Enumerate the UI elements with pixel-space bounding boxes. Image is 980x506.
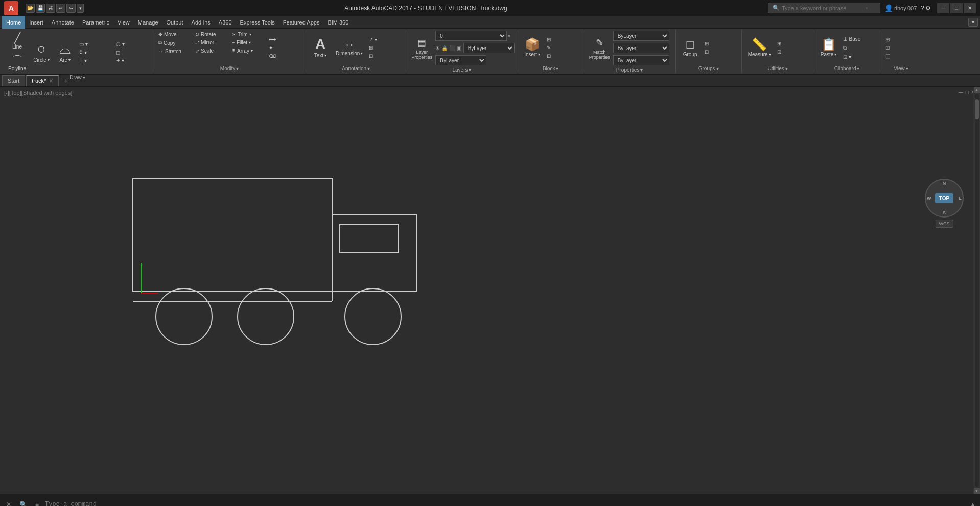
linetype-select2[interactable]: ByLayer — [613, 43, 669, 53]
tool-draw-extra2[interactable]: ⠿▾ — [77, 49, 113, 56]
menu-view[interactable]: View — [113, 16, 134, 29]
modify-group-label[interactable]: Modify ▾ — [220, 66, 239, 71]
quick-access-undo[interactable]: ↩ — [56, 4, 65, 13]
help-icon[interactable]: ? — [921, 5, 924, 12]
trim-arrow[interactable]: ▾ — [249, 32, 251, 37]
settings-icon[interactable]: ⚙ — [925, 5, 931, 12]
minimize-button[interactable]: ─ — [937, 3, 949, 13]
lineweight-select2[interactable]: ByLayer — [613, 55, 669, 65]
workspace-dropdown[interactable]: ▾ — [968, 18, 978, 27]
tool-line[interactable]: ╱ Line — [6, 31, 29, 52]
paste-arrow[interactable]: ▾ — [834, 52, 836, 57]
tool-array[interactable]: ⠿ Array ▾ — [230, 47, 266, 55]
cmd-close-btn[interactable]: ✕ — [4, 500, 13, 507]
quick-access-redo[interactable]: ↪ — [66, 4, 76, 13]
tool-group-extra1[interactable]: ⊞ — [703, 40, 738, 47]
tool-modify-extra3[interactable]: ⌫ — [267, 52, 302, 60]
tool-block-extra3[interactable]: ⊡ — [545, 52, 580, 60]
menu-a360[interactable]: A360 — [215, 16, 236, 29]
properties-group-label[interactable]: Properties ▾ — [616, 67, 643, 73]
tool-anno-extra2[interactable]: ⊞ — [367, 44, 403, 52]
insert-arrow[interactable]: ▾ — [538, 52, 540, 57]
scroll-thumb[interactable] — [975, 99, 979, 119]
scroll-down-btn[interactable]: ▼ — [974, 488, 980, 494]
tool-copy[interactable]: ⧉ Copy — [156, 39, 192, 47]
menu-home[interactable]: Home — [2, 16, 25, 29]
cmd-search-btn[interactable]: 🔍 — [17, 500, 29, 507]
array-arrow[interactable]: ▾ — [251, 49, 253, 53]
menu-manage[interactable]: Manage — [134, 16, 162, 29]
tool-view-extra3[interactable]: ◫ — [883, 52, 919, 60]
tool-block-extra1[interactable]: ⊞ — [545, 36, 580, 43]
tool-group-extra2[interactable]: ⊡ — [703, 48, 738, 56]
tool-draw-extra4[interactable]: ⬡▾ — [114, 40, 150, 48]
menu-insert[interactable]: Insert — [25, 16, 48, 29]
tool-draw-extra5[interactable]: ◻ — [114, 49, 150, 56]
menu-featured[interactable]: Featured Apps — [279, 16, 324, 29]
tool-modify-extra2[interactable]: ✦ — [267, 44, 302, 52]
tab-start[interactable]: Start — [2, 75, 25, 86]
quick-access-open[interactable]: 📂 — [26, 4, 35, 13]
menu-parametric[interactable]: Parametric — [78, 16, 113, 29]
tool-utility-extra1[interactable]: ⊞ — [775, 40, 811, 47]
tool-text[interactable]: A Text ▾ — [309, 31, 332, 65]
scroll-up-btn[interactable]: ▲ — [974, 87, 980, 93]
quick-access-dropdown[interactable]: ▾ — [77, 4, 84, 13]
tool-draw-extra3[interactable]: ░▾ — [77, 57, 113, 64]
tool-paste[interactable]: 📋 Paste ▾ — [818, 31, 840, 65]
tool-layer-properties[interactable]: ▤ LayerProperties — [409, 36, 434, 61]
menu-annotate[interactable]: Annotate — [48, 16, 78, 29]
layer-select[interactable]: 0 — [435, 31, 507, 41]
tool-modify-extra1[interactable]: ⟷ — [267, 36, 302, 43]
tool-group[interactable]: □ Group — [679, 31, 702, 65]
menu-bim360[interactable]: BIM 360 — [323, 16, 353, 29]
tool-trim[interactable]: ✂ Trim ▾ — [230, 31, 266, 38]
tool-arc[interactable]: ⌓ Arc ▾ — [54, 31, 76, 74]
tool-circle[interactable]: ○ Circle ▾ — [30, 31, 53, 74]
arc-dropdown-arrow[interactable]: ▾ — [68, 58, 71, 62]
menu-express[interactable]: Express Tools — [236, 16, 279, 29]
cmd-expand-btn[interactable]: ▲ — [970, 501, 976, 507]
command-input[interactable] — [45, 501, 966, 507]
tool-anno-extra1[interactable]: ↗▾ — [367, 36, 403, 43]
tool-match-properties[interactable]: ✎ MatchProperties — [587, 31, 612, 66]
search-input[interactable] — [782, 5, 864, 11]
right-scrollbar[interactable]: ▲ ▼ — [973, 87, 980, 494]
clipboard-group-label[interactable]: Clipboard ▾ — [834, 66, 860, 71]
tab-close-truck[interactable]: ✕ — [49, 78, 53, 84]
annotation-group-label[interactable]: Annotation ▾ — [342, 66, 370, 71]
close-button[interactable]: ✕ — [964, 3, 976, 13]
lineweight-select[interactable]: ByLayer — [435, 55, 486, 65]
menu-addins[interactable]: Add-ins — [188, 16, 215, 29]
block-group-label[interactable]: Block ▾ — [543, 66, 558, 71]
tool-insert[interactable]: 📦 Insert ▾ — [521, 31, 544, 65]
fillet-arrow[interactable]: ▾ — [249, 40, 251, 45]
scroll-track[interactable] — [975, 94, 979, 487]
tool-block-extra2[interactable]: ✎ — [545, 44, 580, 52]
tool-fillet[interactable]: ⌐ Fillet ▾ — [230, 39, 266, 46]
tool-polyline[interactable]: ⌒ Polyline — [5, 53, 29, 74]
tab-add-button[interactable]: + — [60, 75, 72, 86]
quick-access-save[interactable]: 💾 — [36, 4, 45, 13]
tool-mirror[interactable]: ⇌ Mirror — [193, 39, 229, 46]
tool-measure[interactable]: 📏 Measure ▾ — [745, 31, 774, 65]
layers-group-label[interactable]: Layers ▾ — [452, 67, 471, 73]
tool-utility-extra2[interactable]: ⊡ — [775, 48, 811, 56]
tool-anno-extra3[interactable]: ⊡ — [367, 52, 403, 60]
tool-draw-extra6[interactable]: ✦▾ — [114, 57, 150, 64]
compass-view-label[interactable]: TOP — [935, 193, 953, 203]
search-dropdown[interactable]: ▾ — [866, 6, 868, 11]
tool-draw-extra1[interactable]: ▭▾ — [77, 40, 113, 48]
linetype-select[interactable]: ByLayer — [463, 43, 515, 53]
tool-view-extra1[interactable]: ⊞ — [883, 36, 919, 43]
tool-base[interactable]: ⊥ Base — [841, 35, 877, 43]
tab-truck[interactable]: truck* ✕ — [26, 75, 59, 86]
quick-access-print[interactable]: 🖨 — [46, 4, 55, 13]
search-box[interactable]: 🔍 ▾ — [768, 3, 880, 13]
dimension-arrow[interactable]: ▾ — [361, 51, 363, 56]
circle-dropdown-arrow[interactable]: ▾ — [48, 58, 50, 62]
measure-arrow[interactable]: ▾ — [769, 52, 771, 57]
view-group-label[interactable]: View ▾ — [894, 66, 908, 71]
text-arrow[interactable]: ▾ — [324, 53, 326, 58]
tool-move[interactable]: ✥ Move — [156, 31, 192, 38]
